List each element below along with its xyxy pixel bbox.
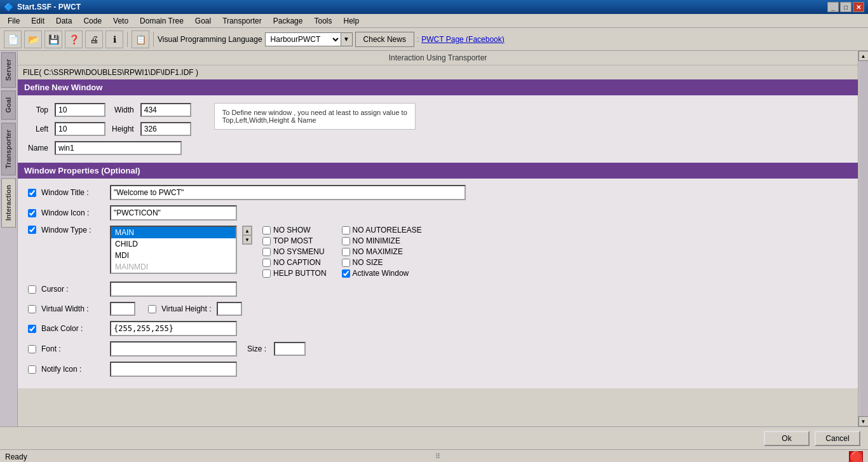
no-autorelease-row: NO AUTORELEASE <box>342 226 422 234</box>
no-sysmenu-label: NO SYSMENU <box>273 247 325 256</box>
back-color-input[interactable] <box>110 321 237 336</box>
type-options: NO SHOW TOP MOST NO SYSMENU NO CAPT <box>262 226 422 278</box>
width-label: Width <box>112 105 134 114</box>
no-caption-label: NO CAPTION <box>273 258 321 267</box>
sidebar-tab-server[interactable]: Server <box>1 52 16 88</box>
virtual-height-checkbox[interactable] <box>148 305 156 313</box>
activate-window-checkbox[interactable] <box>342 269 350 278</box>
menu-domain-tree[interactable]: Domain Tree <box>135 15 189 27</box>
no-caption-checkbox[interactable] <box>262 259 271 267</box>
no-show-checkbox[interactable] <box>262 226 271 234</box>
no-sysmenu-row: NO SYSMENU <box>262 247 327 256</box>
facebook-link[interactable]: PWCT Page (Facebook) <box>421 35 505 44</box>
hint-text: To Define new window , you need at least… <box>222 109 407 124</box>
minimize-button[interactable]: _ <box>827 2 839 12</box>
help-button-checkbox[interactable] <box>262 269 271 278</box>
options-col-1: NO SHOW TOP MOST NO SYSMENU NO CAPT <box>262 226 327 278</box>
menu-data[interactable]: Data <box>51 15 77 27</box>
interaction-header: Interaction Using Transporter <box>18 51 858 65</box>
menu-goal[interactable]: Goal <box>190 15 216 27</box>
sidebar-tab-transporter[interactable]: Transporter <box>1 123 16 175</box>
language-label: Visual Programming Language <box>158 35 262 44</box>
status-icon: 🔴 <box>849 451 863 463</box>
menu-tools[interactable]: Tools <box>309 15 337 27</box>
cursor-checkbox[interactable] <box>28 285 36 294</box>
menu-package[interactable]: Package <box>268 15 308 27</box>
listbox-scroll-down[interactable]: ▼ <box>243 235 252 244</box>
sidebar-tab-goal[interactable]: Goal <box>1 90 16 119</box>
no-maximize-row: NO MAXIMIZE <box>342 247 422 256</box>
back-color-checkbox[interactable] <box>28 325 36 333</box>
notify-icon-checkbox[interactable] <box>28 365 36 374</box>
type-item-mainmdi: MAINMDI <box>111 261 236 273</box>
open-button[interactable]: 📂 <box>24 31 42 48</box>
window-icon-checkbox[interactable] <box>28 209 36 217</box>
font-checkbox[interactable] <box>28 345 36 353</box>
close-button[interactable]: ✕ <box>853 2 864 12</box>
save-button[interactable]: 💾 <box>44 31 62 48</box>
menu-edit[interactable]: Edit <box>26 15 50 27</box>
ok-button[interactable]: Ok <box>764 431 810 446</box>
sidebar-tab-interaction[interactable]: Interaction <box>1 178 16 228</box>
window-properties-header: Window Properties (Optional) <box>18 163 858 179</box>
top-input[interactable] <box>55 103 105 117</box>
new-button[interactable]: 📄 <box>4 31 22 48</box>
type-item-mdi[interactable]: MDI <box>111 250 236 261</box>
width-input[interactable] <box>140 103 191 117</box>
type-item-main[interactable]: MAIN <box>111 227 236 238</box>
file-path: FILE( C:\SSRPWI\DOUBLES\RPWI1\DF\IDF1.ID… <box>18 65 858 79</box>
no-size-checkbox[interactable] <box>342 259 350 267</box>
size-input[interactable] <box>274 342 306 356</box>
top-most-row: TOP MOST <box>262 236 327 245</box>
cancel-button[interactable]: Cancel <box>815 431 860 446</box>
name-input[interactable] <box>55 141 182 155</box>
type-item-child[interactable]: CHILD <box>111 238 236 250</box>
no-sysmenu-checkbox[interactable] <box>262 248 271 256</box>
no-minimize-label: NO MINIMIZE <box>353 236 400 245</box>
hint-box: To Define new window , you need at least… <box>214 103 416 130</box>
left-input[interactable] <box>55 122 105 136</box>
check-news-button[interactable]: Check News <box>355 32 414 47</box>
notify-icon-label: Notify Icon : <box>41 365 105 374</box>
window-title-checkbox[interactable] <box>28 189 36 197</box>
window-title: Start.SSF - PWCT <box>17 3 81 11</box>
window-type-checkbox[interactable] <box>28 226 36 234</box>
no-size-row: NO SIZE <box>342 258 422 267</box>
window-title-input[interactable] <box>110 185 466 200</box>
menu-help[interactable]: Help <box>338 15 364 27</box>
help-button[interactable]: ❓ <box>65 31 83 48</box>
info-button[interactable]: ℹ <box>105 31 123 48</box>
menu-file[interactable]: File <box>3 15 25 27</box>
window-icon-row: Window Icon : <box>28 205 848 221</box>
main-container: Server Goal Transporter Interaction Inte… <box>0 51 868 426</box>
menu-code[interactable]: Code <box>78 15 107 27</box>
language-combo[interactable]: HarbourPWCT <box>265 32 341 46</box>
copy-button[interactable]: 📋 <box>132 31 149 48</box>
no-maximize-checkbox[interactable] <box>342 248 350 256</box>
app-icon: 🔷 <box>4 3 13 11</box>
virtual-width-input[interactable] <box>110 302 135 316</box>
font-input[interactable] <box>110 341 237 357</box>
maximize-button[interactable]: □ <box>840 2 851 12</box>
listbox-scroll-up[interactable]: ▲ <box>243 226 252 235</box>
combo-arrow-icon[interactable]: ▼ <box>341 32 353 46</box>
menu-transporter[interactable]: Transporter <box>217 15 267 27</box>
window-icon-prop-label: Window Icon : <box>41 208 105 217</box>
no-minimize-checkbox[interactable] <box>342 237 350 245</box>
virtual-width-checkbox[interactable] <box>28 305 36 313</box>
notify-icon-input[interactable] <box>110 362 237 377</box>
no-autorelease-checkbox[interactable] <box>342 226 350 234</box>
menu-veto[interactable]: Veto <box>108 15 133 27</box>
window-type-listbox[interactable]: MAIN CHILD MDI MAINMDI <box>110 226 237 274</box>
height-input[interactable] <box>140 122 191 136</box>
define-window-title: Define New Window <box>24 83 102 92</box>
size-label: Size : <box>247 344 266 353</box>
scroll-up-arrow[interactable]: ▲ <box>858 51 869 61</box>
top-most-checkbox[interactable] <box>262 237 271 245</box>
print-button[interactable]: 🖨 <box>85 31 103 48</box>
virtual-height-input[interactable] <box>217 302 242 316</box>
window-icon-input[interactable] <box>110 205 237 221</box>
window-type-prop-label: Window Type : <box>41 226 105 234</box>
cursor-input[interactable] <box>110 282 237 297</box>
scroll-down-arrow[interactable]: ▼ <box>858 416 869 426</box>
